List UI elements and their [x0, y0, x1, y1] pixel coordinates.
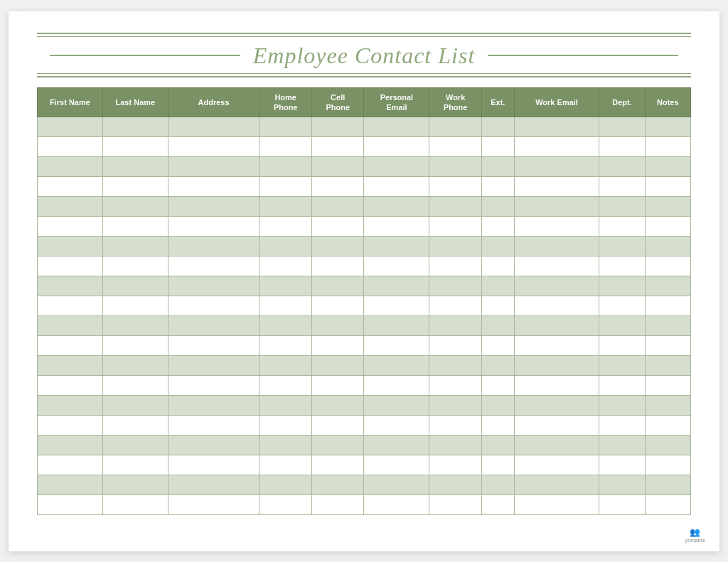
table-cell-home-phone[interactable] — [259, 396, 312, 416]
table-cell-notes[interactable] — [645, 177, 690, 197]
table-cell-work-email[interactable] — [514, 217, 599, 237]
table-cell-ext[interactable] — [481, 495, 514, 515]
table-cell-address[interactable] — [168, 296, 259, 316]
table-cell-last-name[interactable] — [102, 475, 168, 495]
table-cell-home-phone[interactable] — [259, 416, 312, 436]
table-row[interactable] — [38, 276, 691, 296]
table-cell-work-phone[interactable] — [429, 495, 482, 515]
table-cell-ext[interactable] — [481, 296, 514, 316]
table-cell-dept[interactable] — [599, 356, 645, 376]
table-cell-notes[interactable] — [645, 137, 690, 157]
table-cell-work-email[interactable] — [514, 157, 599, 177]
table-cell-work-email[interactable] — [514, 495, 599, 515]
table-cell-work-email[interactable] — [514, 237, 599, 256]
table-cell-personal-email[interactable] — [364, 416, 429, 436]
table-cell-work-email[interactable] — [514, 117, 599, 137]
table-cell-last-name[interactable] — [102, 336, 168, 356]
table-cell-ext[interactable] — [481, 237, 514, 256]
table-cell-home-phone[interactable] — [259, 276, 312, 296]
table-cell-notes[interactable] — [645, 316, 690, 336]
table-cell-last-name[interactable] — [102, 396, 168, 416]
table-cell-ext[interactable] — [481, 376, 514, 396]
table-cell-first-name[interactable] — [38, 296, 103, 316]
table-cell-work-phone[interactable] — [429, 475, 482, 495]
table-cell-work-email[interactable] — [514, 256, 599, 276]
table-cell-dept[interactable] — [599, 177, 645, 197]
table-cell-dept[interactable] — [599, 336, 645, 356]
table-row[interactable] — [38, 376, 691, 396]
table-cell-ext[interactable] — [481, 197, 514, 217]
table-cell-last-name[interactable] — [102, 276, 168, 296]
table-cell-notes[interactable] — [645, 217, 690, 237]
table-cell-last-name[interactable] — [102, 356, 168, 376]
table-cell-dept[interactable] — [599, 396, 645, 416]
table-cell-work-phone[interactable] — [429, 157, 482, 177]
table-cell-address[interactable] — [168, 455, 259, 475]
table-cell-home-phone[interactable] — [259, 495, 312, 515]
table-cell-cell-phone[interactable] — [311, 416, 364, 436]
table-cell-work-email[interactable] — [514, 396, 599, 416]
table-cell-first-name[interactable] — [38, 356, 103, 376]
table-cell-home-phone[interactable] — [259, 237, 312, 256]
table-cell-dept[interactable] — [599, 256, 645, 276]
table-cell-personal-email[interactable] — [364, 356, 429, 376]
table-cell-home-phone[interactable] — [259, 376, 312, 396]
table-cell-home-phone[interactable] — [259, 436, 312, 455]
table-cell-last-name[interactable] — [102, 495, 168, 515]
table-cell-last-name[interactable] — [102, 376, 168, 396]
table-cell-last-name[interactable] — [102, 316, 168, 336]
table-row[interactable] — [38, 117, 691, 137]
table-cell-notes[interactable] — [645, 455, 690, 475]
table-cell-work-phone[interactable] — [429, 177, 482, 197]
table-cell-cell-phone[interactable] — [311, 475, 364, 495]
table-row[interactable] — [38, 296, 691, 316]
table-row[interactable] — [38, 197, 691, 217]
table-cell-ext[interactable] — [481, 276, 514, 296]
table-cell-work-email[interactable] — [514, 376, 599, 396]
table-cell-dept[interactable] — [599, 237, 645, 256]
table-cell-personal-email[interactable] — [364, 117, 429, 137]
table-cell-work-phone[interactable] — [429, 336, 482, 356]
table-cell-last-name[interactable] — [102, 217, 168, 237]
table-cell-cell-phone[interactable] — [311, 276, 364, 296]
table-cell-last-name[interactable] — [102, 416, 168, 436]
table-cell-cell-phone[interactable] — [311, 296, 364, 316]
table-cell-work-email[interactable] — [514, 296, 599, 316]
table-row[interactable] — [38, 316, 691, 336]
table-cell-home-phone[interactable] — [259, 316, 312, 336]
table-cell-notes[interactable] — [645, 495, 690, 515]
table-cell-cell-phone[interactable] — [311, 157, 364, 177]
table-row[interactable] — [38, 495, 691, 515]
table-cell-ext[interactable] — [481, 356, 514, 376]
table-cell-personal-email[interactable] — [364, 495, 429, 515]
table-cell-ext[interactable] — [481, 316, 514, 336]
table-cell-ext[interactable] — [481, 416, 514, 436]
table-cell-address[interactable] — [168, 237, 259, 256]
table-cell-dept[interactable] — [599, 495, 645, 515]
table-cell-cell-phone[interactable] — [311, 217, 364, 237]
table-cell-cell-phone[interactable] — [311, 376, 364, 396]
table-row[interactable] — [38, 256, 691, 276]
table-cell-cell-phone[interactable] — [311, 396, 364, 416]
table-cell-work-email[interactable] — [514, 475, 599, 495]
table-cell-notes[interactable] — [645, 416, 690, 436]
table-cell-work-phone[interactable] — [429, 296, 482, 316]
table-cell-notes[interactable] — [645, 475, 690, 495]
table-cell-personal-email[interactable] — [364, 316, 429, 336]
table-cell-dept[interactable] — [599, 296, 645, 316]
table-cell-work-phone[interactable] — [429, 436, 482, 455]
table-cell-personal-email[interactable] — [364, 157, 429, 177]
table-cell-work-phone[interactable] — [429, 117, 482, 137]
table-cell-work-phone[interactable] — [429, 276, 482, 296]
table-cell-last-name[interactable] — [102, 296, 168, 316]
table-cell-ext[interactable] — [481, 396, 514, 416]
table-cell-first-name[interactable] — [38, 276, 103, 296]
table-cell-first-name[interactable] — [38, 137, 103, 157]
table-cell-notes[interactable] — [645, 436, 690, 455]
table-cell-first-name[interactable] — [38, 157, 103, 177]
table-cell-first-name[interactable] — [38, 376, 103, 396]
table-cell-last-name[interactable] — [102, 237, 168, 256]
table-row[interactable] — [38, 396, 691, 416]
table-cell-first-name[interactable] — [38, 177, 103, 197]
table-cell-last-name[interactable] — [102, 455, 168, 475]
